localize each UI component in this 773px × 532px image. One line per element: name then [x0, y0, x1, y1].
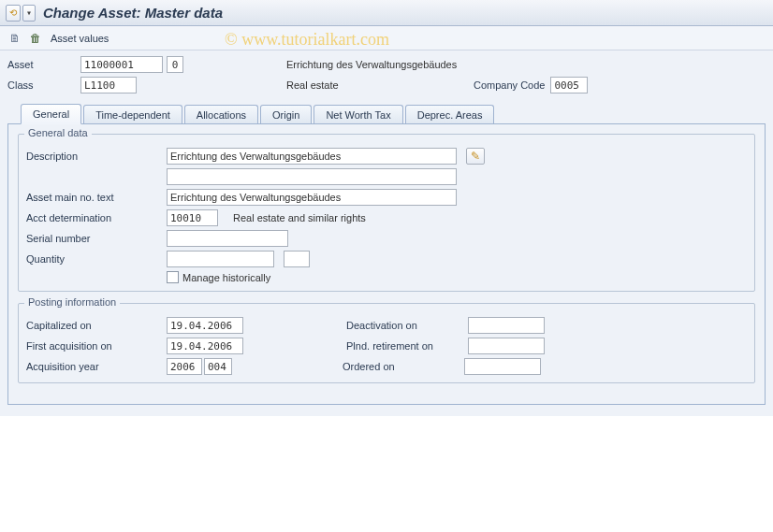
ordered-label: Ordered on — [343, 361, 464, 372]
content-area: Asset Errichtung des Verwaltungsgebäudes… — [0, 50, 773, 416]
first-acq-label: First acquisition on — [26, 340, 167, 352]
acct-det-text: Real estate and similar rights — [233, 212, 366, 223]
tab-time-dependent[interactable]: Time-dependent — [83, 105, 182, 124]
wrap-toggle-button[interactable]: ⟲ — [6, 5, 21, 22]
dropdown-button[interactable]: ▾ — [22, 5, 36, 22]
tab-panel: General data Description ✎ Asset main no… — [7, 123, 766, 405]
asset-text: Errichtung des Verwaltungsgebäudes — [286, 59, 457, 70]
title-bar: ⟲ ▾ Change Asset: Master data — [0, 0, 773, 26]
delete-icon[interactable]: 🗑 — [26, 29, 45, 48]
manage-historically-label: Manage historically — [182, 272, 270, 283]
tab-net-worth-tax[interactable]: Net Worth Tax — [314, 105, 402, 124]
description-label: Description — [26, 151, 167, 162]
group-posting-info: Posting information Capitalized on Deact… — [18, 303, 755, 383]
asset-label: Asset — [7, 59, 80, 70]
asset-subnumber-input[interactable] — [167, 56, 183, 73]
class-text: Real estate — [286, 79, 474, 91]
cap-on-input[interactable] — [167, 317, 243, 334]
page-title: Change Asset: Master data — [43, 5, 223, 21]
acct-det-input[interactable] — [167, 209, 218, 226]
qty-input[interactable] — [167, 251, 274, 267]
deact-input[interactable] — [468, 317, 545, 334]
group-general-data: General data Description ✎ Asset main no… — [18, 134, 755, 292]
class-label: Class — [7, 79, 80, 91]
company-code-input[interactable] — [550, 77, 588, 93]
tab-deprec-areas[interactable]: Deprec. Areas — [405, 105, 495, 124]
asset-number-input[interactable] — [80, 56, 163, 73]
tab-origin[interactable]: Origin — [260, 105, 312, 124]
header-row-class: Class Real estate Company Code — [7, 77, 766, 93]
tab-allocations[interactable]: Allocations — [184, 105, 258, 124]
application-toolbar: 🗎 🗑 Asset values — [0, 26, 773, 50]
long-text-button[interactable]: ✎ — [466, 148, 485, 165]
acq-year-input[interactable] — [167, 358, 202, 375]
pencil-icon: ✎ — [471, 150, 480, 163]
description2-input[interactable] — [167, 168, 457, 185]
group-posting-title: Posting information — [24, 296, 120, 308]
class-input[interactable] — [80, 77, 137, 93]
plnd-ret-label: Plnd. retirement on — [346, 340, 468, 352]
asset-main-label: Asset main no. text — [26, 192, 167, 203]
acq-period-input[interactable] — [204, 358, 232, 375]
description-input[interactable] — [167, 148, 457, 165]
serial-input[interactable] — [167, 230, 288, 247]
tab-strip: General Time-dependent Allocations Origi… — [7, 103, 766, 123]
qty-label: Quantity — [26, 253, 167, 265]
document-icon[interactable]: 🗎 — [6, 29, 24, 48]
ordered-input[interactable] — [464, 358, 541, 375]
manage-historically-checkbox[interactable] — [167, 271, 179, 283]
asset-values-link[interactable]: Asset values — [51, 33, 109, 44]
tab-general[interactable]: General — [21, 104, 81, 124]
group-general-title: General data — [24, 127, 92, 138]
header-row-asset: Asset Errichtung des Verwaltungsgebäudes — [7, 56, 766, 73]
cap-on-label: Capitalized on — [26, 320, 167, 331]
qty-unit-input[interactable] — [284, 251, 310, 267]
serial-label: Serial number — [26, 233, 167, 244]
first-acq-input[interactable] — [167, 338, 243, 354]
deact-label: Deactivation on — [346, 320, 468, 331]
acct-det-label: Acct determination — [26, 212, 167, 223]
plnd-ret-input[interactable] — [468, 338, 545, 354]
company-code-label: Company Code — [474, 79, 545, 91]
asset-main-input[interactable] — [167, 189, 457, 206]
acq-year-label: Acquisition year — [26, 361, 167, 372]
